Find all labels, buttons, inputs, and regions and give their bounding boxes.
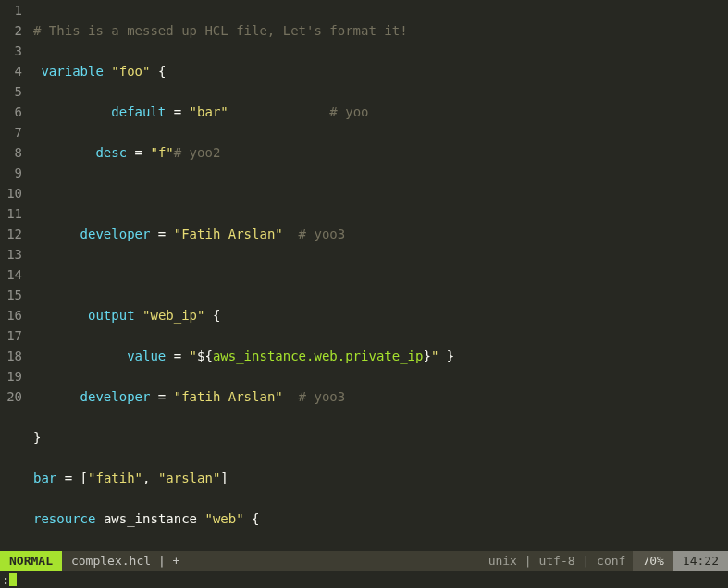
line-number-gutter: 1234567891011121314151617181920 xyxy=(0,0,30,551)
file-format: unix | utf-8 | conf xyxy=(481,551,634,571)
command-line[interactable]: : xyxy=(0,571,728,588)
filename: complex.hcl | + xyxy=(62,551,189,571)
editor-area[interactable]: 1234567891011121314151617181920 # This i… xyxy=(0,0,728,551)
mode-indicator: NORMAL xyxy=(0,551,62,571)
cursor xyxy=(9,573,17,586)
command-prompt: : xyxy=(2,570,9,588)
clock: 14:22 xyxy=(673,551,728,571)
status-line: NORMAL complex.hcl | + unix | utf-8 | co… xyxy=(0,551,728,571)
code-area[interactable]: # This is a messed up HCL file, Let's fo… xyxy=(30,0,728,551)
scroll-percent: 70% xyxy=(633,551,672,571)
